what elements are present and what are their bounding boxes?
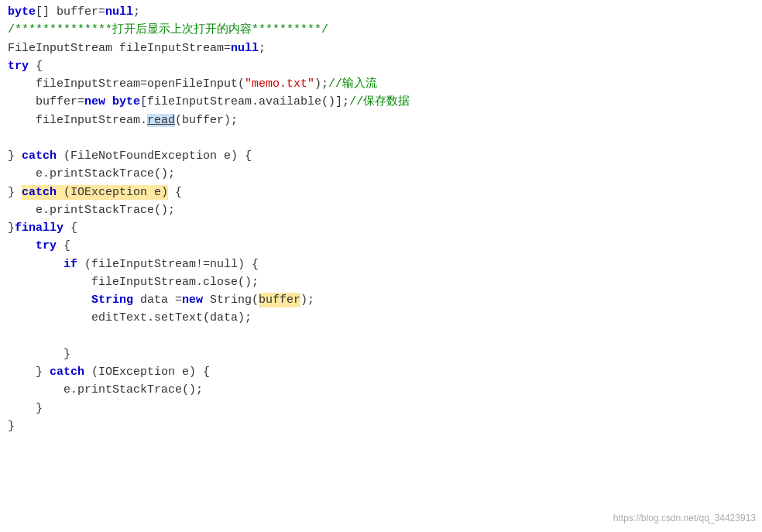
code-line-1: byte[] buffer=null; [0,3,762,21]
code-text: try [8,60,29,73]
code-line-6: buffer=new byte[fileInputStream.availabl… [0,93,762,111]
code-line-13: }finally { [0,219,762,237]
code-line-3: FileInputStream fileInputStream=null; [0,39,762,57]
code-container: byte[] buffer=null; /**************打开后显示… [0,0,762,532]
code-line-20: } [0,345,762,363]
code-line-19 [0,328,762,345]
code-line-8 [0,129,762,147]
code-line-4: try { [0,57,762,75]
code-line-5: fileInputStream=openFileInput("memo.txt"… [0,75,762,93]
code-line-12: e.printStackTrace(); [0,201,762,219]
code-line-7: fileInputStream.read(buffer); [0,112,762,129]
watermark: https://blog.csdn.net/qq_34423913 [613,511,756,526]
code-line-15: if (fileInputStream!=null) { [0,256,762,273]
code-line-10: e.printStackTrace(); [0,165,762,183]
code-line-2: /**************打开后显示上次打开的内容**********/ [0,21,762,39]
code-line-18: editText.setText(data); [0,309,762,327]
code-line-24: } [0,417,762,435]
code-line-22: e.printStackTrace(); [0,381,762,399]
code-line-9: } catch (FileNotFoundException e) { [0,147,762,165]
code-text: byte[] buffer=null; [8,5,140,19]
comment-text: /**************打开后显示上次打开的内容**********/ [8,23,328,36]
code-line-17: String data =new String(buffer); [0,291,762,309]
code-line-16: fileInputStream.close(); [0,273,762,291]
code-line-21: } catch (IOException e) { [0,363,762,381]
code-line-23: } [0,400,762,417]
code-line-14: try { [0,237,762,255]
code-line-11: } catch (IOException e) { [0,184,762,201]
code-text: FileInputStream fileInputStream=null; [8,42,266,55]
